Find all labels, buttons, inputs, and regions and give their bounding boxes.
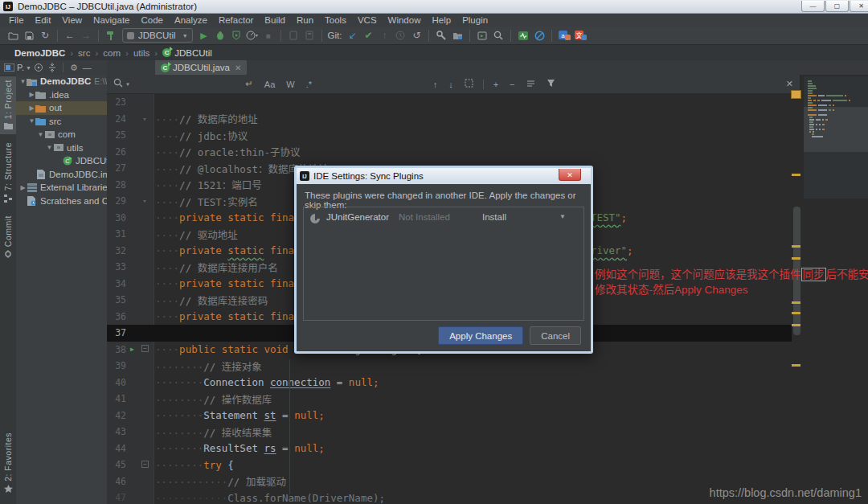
show-in-explorer-icon[interactable] — [449, 28, 465, 43]
dump-threads-icon[interactable] — [301, 28, 317, 43]
save-icon[interactable] — [21, 28, 37, 43]
prev-occurrence-icon[interactable]: ↑ — [433, 80, 438, 89]
warning-stripe-mark[interactable] — [792, 364, 800, 367]
locate-file-icon[interactable] — [34, 63, 43, 72]
tool-window-button-favorites[interactable]: 2: Favorites — [0, 429, 16, 498]
git-update-icon[interactable]: ↙ — [344, 28, 360, 43]
code-line-25[interactable]: 25····// jdbc:协议 — [107, 127, 792, 144]
tab-jdbcutil-java[interactable]: C JDBCUtil.java ✕ — [155, 60, 247, 75]
debug-icon[interactable] — [212, 28, 228, 43]
warning-stripe-mark[interactable] — [792, 257, 800, 260]
tree-item-demojdbc-iml[interactable]: DemoJDBC.iml — [16, 168, 107, 182]
next-occurrence-icon[interactable]: ↓ — [448, 80, 453, 89]
gear-icon[interactable]: ⚙ — [70, 63, 78, 73]
chevron-down-icon[interactable]: ▼ — [37, 131, 44, 138]
hide-panel-icon[interactable]: — — [83, 63, 92, 72]
tree-item--idea[interactable]: ▶.idea — [16, 88, 107, 102]
code-line-44[interactable]: 44········ResultSet rs = null; — [107, 440, 792, 457]
inspections-status-square[interactable] — [791, 90, 801, 99]
menu-item-build[interactable]: Build — [259, 15, 291, 25]
profiler-icon[interactable] — [244, 28, 260, 43]
code-line-41[interactable]: 41········// 操作数据库 — [107, 391, 792, 408]
code-line-24[interactable]: 24▾····// 数据库的地址 — [107, 111, 792, 128]
breadcrumb-item-src[interactable]: src — [78, 48, 90, 58]
menu-item-file[interactable]: File — [3, 15, 30, 25]
plugin-action-select[interactable]: Install — [482, 212, 506, 222]
maximize-button[interactable]: ▢ — [825, 1, 849, 12]
warning-stripe-mark[interactable] — [792, 245, 800, 248]
warning-stripe-mark[interactable] — [792, 324, 800, 326]
cancel-button[interactable]: Cancel — [530, 326, 581, 345]
dialog-close-button[interactable]: ✕ — [559, 169, 581, 181]
match-case-toggle[interactable]: Aa — [264, 80, 275, 89]
regex-toggle[interactable]: .* — [306, 80, 312, 89]
sync-icon[interactable]: ↻ — [37, 28, 53, 43]
words-toggle[interactable]: W — [286, 80, 294, 89]
close-button[interactable]: ✕ — [850, 1, 868, 12]
code-line-45[interactable]: 45········try { — [107, 457, 792, 473]
menu-item-help[interactable]: Help — [426, 15, 457, 25]
fold-marker-icon[interactable]: ▾ — [138, 197, 151, 205]
fold-marker-icon[interactable]: ▾ — [138, 115, 151, 123]
tree-item-external-libraries[interactable]: ▶External Libraries — [16, 181, 107, 195]
code-line-47[interactable]: 47············Class.forName(DriverName); — [107, 490, 792, 504]
git-commit-icon[interactable]: ✔ — [360, 28, 376, 43]
code-line-42[interactable]: 42········Statement st = null; — [107, 408, 792, 424]
chevron-right-icon[interactable]: ▶ — [19, 184, 27, 191]
code-line-40[interactable]: 40········Connection connection = null; — [107, 375, 792, 391]
forward-icon[interactable]: → — [78, 28, 94, 43]
run-configuration-select[interactable]: JDBCUtil ▼ — [122, 28, 193, 43]
warning-stripe-mark[interactable] — [792, 312, 800, 314]
fold-marker-icon[interactable] — [138, 461, 151, 469]
code-line-46[interactable]: 46············// 加载驱动 — [107, 473, 792, 490]
tool-window-button-structure[interactable]: 7: Structure — [0, 139, 16, 207]
chevron-right-icon[interactable]: ▶ — [28, 104, 35, 112]
menu-item-code[interactable]: Code — [135, 15, 169, 25]
code-line-39[interactable]: 39········// 连接对象 — [107, 358, 792, 375]
warning-stripe-mark[interactable] — [792, 301, 800, 304]
menu-item-edit[interactable]: Edit — [30, 15, 57, 25]
in-selection-icon[interactable] — [465, 79, 473, 89]
search-icon[interactable] — [113, 77, 124, 92]
inspections-off-icon[interactable] — [531, 28, 547, 43]
tree-item-com[interactable]: ▼com — [16, 128, 107, 141]
chevron-down-icon[interactable]: ▼ — [559, 213, 566, 220]
translate-plugin-icon[interactable]: a — [556, 28, 572, 43]
tree-item-demojdbc[interactable]: ▼DemoJDBCE:\Wor — [16, 75, 107, 88]
close-find-bar-icon[interactable]: ✕ — [786, 79, 793, 89]
search-everywhere-icon[interactable] — [490, 28, 506, 43]
fold-marker-icon[interactable] — [138, 345, 151, 354]
minimize-button[interactable]: — — [801, 1, 825, 12]
chevron-down-icon[interactable]: ▼ — [46, 144, 53, 151]
plugin-row[interactable]: JUnitGenerator Not Installed Install ▼ — [304, 207, 583, 226]
git-push-icon[interactable]: ↑ — [376, 28, 392, 43]
breadcrumb-item-demojdbc[interactable]: DemoJDBC — [14, 48, 65, 58]
tree-item-out[interactable]: ▶out — [16, 101, 107, 115]
breadcrumb-item-utils[interactable]: utils — [133, 48, 149, 58]
back-icon[interactable]: ← — [62, 28, 78, 43]
dialog-title-bar[interactable]: IJ IDE Settings: Sync Plugins ✕ — [297, 168, 591, 184]
remove-occurrence-icon[interactable]: − — [510, 80, 514, 89]
code-line-23[interactable]: 23 — [107, 94, 792, 111]
rollback-icon[interactable]: ↺ — [408, 28, 424, 43]
tool-window-button-project[interactable]: 1: Project — [0, 76, 16, 134]
breadcrumb-item-jdbcutil[interactable]: CJDBCUtil — [162, 48, 212, 58]
chevron-down-icon[interactable]: ▼ — [19, 78, 27, 85]
chevron-right-icon[interactable]: ▶ — [28, 91, 35, 98]
tool-window-button-commit[interactable]: Commit — [0, 212, 16, 263]
tree-item-jdbcutil[interactable]: CJDBCUtil — [16, 154, 107, 168]
menu-item-refactor[interactable]: Refactor — [213, 15, 259, 25]
new-line-icon[interactable]: ↵ — [246, 79, 253, 89]
tree-item-utils[interactable]: ▼utils — [16, 141, 107, 155]
tree-item-scratches-and-cons[interactable]: Scratches and Cons — [16, 195, 107, 208]
code-line-26[interactable]: 26····// oracle:thin-子协议 — [107, 144, 792, 161]
menu-item-plugin[interactable]: Plugin — [457, 15, 493, 25]
close-tab-icon[interactable]: ✕ — [235, 64, 241, 72]
translate-plugin-alt-icon[interactable]: 文 — [572, 28, 588, 43]
run-icon[interactable]: ▶ — [196, 28, 212, 43]
code-line-43[interactable]: 43········// 接收结果集 — [107, 424, 792, 440]
project-view-selector[interactable]: P.▼ — [17, 63, 31, 72]
menu-item-navigate[interactable]: Navigate — [88, 15, 135, 25]
menu-item-tools[interactable]: Tools — [319, 15, 352, 25]
stop-icon[interactable]: ■ — [260, 28, 276, 43]
